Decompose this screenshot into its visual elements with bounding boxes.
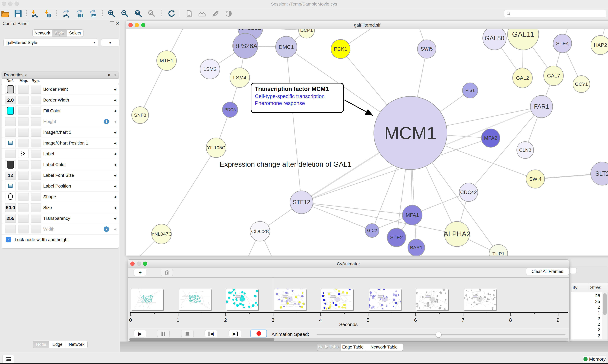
node-swi4[interactable]: SWI4 — [526, 169, 545, 188]
node-ynl047c[interactable]: YNL047C — [151, 224, 172, 244]
byp-cell[interactable] — [31, 225, 41, 234]
node-gal7[interactable]: GAL7 — [543, 66, 564, 86]
zoom-in-icon[interactable] — [107, 10, 116, 18]
map-cell[interactable] — [18, 203, 28, 212]
delete-frame-button[interactable] — [161, 269, 173, 276]
frame-thumbnail-2[interactable] — [226, 289, 258, 310]
close-panel-icon[interactable]: ✕ — [116, 21, 120, 26]
byp-cell[interactable] — [31, 150, 41, 158]
tab-network-table[interactable]: Network Table — [365, 343, 403, 351]
def-cell[interactable]: 12 — [5, 171, 16, 180]
scrollbar-thumb[interactable] — [603, 293, 607, 315]
node-gic2[interactable]: GIC2 — [365, 223, 379, 238]
info-icon[interactable]: i — [104, 226, 109, 232]
frame-thumbnail-6[interactable] — [416, 289, 448, 310]
tab-select[interactable]: Select — [67, 29, 83, 37]
pause-button[interactable] — [157, 330, 170, 337]
expand-all-icon[interactable]: » — [107, 74, 112, 76]
def-cell[interactable]: 255 — [5, 214, 16, 223]
def-cell[interactable] — [5, 139, 16, 147]
node-cln3[interactable]: CLN3 — [516, 141, 534, 159]
node-swi5[interactable]: SWI5 — [417, 39, 436, 59]
expand-row-icon[interactable]: ◀ — [114, 95, 116, 105]
import-table-icon[interactable] — [44, 10, 52, 18]
table-toolbar-button[interactable] — [570, 268, 577, 274]
hscrollbar-thumb[interactable] — [129, 338, 274, 341]
byp-cell[interactable] — [31, 182, 41, 190]
node-pdc5[interactable]: PDC5 — [222, 102, 238, 118]
tab-network[interactable]: Network — [32, 29, 52, 37]
node-snf3[interactable]: SNF3 — [131, 106, 149, 124]
memory-button[interactable]: Memory — [583, 355, 607, 363]
byp-cell[interactable] — [31, 117, 41, 126]
frame-thumbnail-1[interactable] — [179, 289, 211, 310]
node-gcy1[interactable]: GCY1 — [573, 76, 590, 93]
map-cell[interactable] — [18, 96, 28, 104]
color-swatch[interactable] — [7, 107, 14, 115]
map-cell[interactable] — [18, 150, 28, 158]
expand-row-icon[interactable]: ◀ — [114, 148, 116, 159]
def-cell[interactable] — [5, 182, 16, 190]
map-cell[interactable] — [18, 160, 28, 169]
node-gal2[interactable]: GAL2 — [512, 68, 533, 88]
def-cell[interactable]: 50.0 — [5, 203, 16, 212]
timeline[interactable]: Seconds 0123456789 — [128, 277, 569, 329]
expand-row-icon[interactable]: ◀ — [114, 224, 116, 234]
panel-tab-edge[interactable]: Edge — [49, 341, 66, 348]
def-cell[interactable] — [5, 225, 16, 234]
record-button[interactable] — [250, 329, 267, 338]
info-icon[interactable]: i — [104, 119, 109, 124]
export-network-icon[interactable] — [62, 10, 70, 18]
play-button[interactable]: ▶ — [134, 330, 146, 337]
export-image-icon[interactable] — [89, 10, 97, 18]
node-pis1[interactable]: PIS1 — [462, 83, 478, 98]
def-cell[interactable] — [5, 106, 16, 115]
node-ste2[interactable]: STE2 — [387, 228, 406, 247]
node-mth1[interactable]: MTH1 — [156, 51, 177, 71]
frame-thumbnail-5[interactable] — [369, 289, 401, 310]
byp-cell[interactable] — [31, 106, 41, 115]
network-window-titlebar[interactable]: galFiltered.sif — [126, 21, 608, 29]
stop-button[interactable] — [181, 330, 194, 337]
def-cell[interactable]: 2.0 — [5, 96, 16, 104]
float-panel-icon[interactable] — [110, 21, 114, 25]
node-lsm2[interactable]: LSM2 — [200, 59, 220, 79]
map-cell[interactable] — [18, 128, 28, 137]
cyanimator-titlebar[interactable]: CyAnimator — [128, 260, 569, 268]
show-details-icon[interactable] — [224, 10, 233, 18]
color-swatch[interactable] — [7, 161, 14, 169]
clear-all-frames-button[interactable]: Clear All Frames — [526, 268, 569, 275]
def-cell[interactable] — [5, 150, 16, 158]
node-alpha2[interactable]: ALPHA2 — [444, 221, 470, 247]
table-col-stress[interactable]: Stres — [590, 285, 601, 290]
first-neighbors-icon[interactable] — [198, 10, 206, 18]
byp-cell[interactable] — [31, 193, 41, 201]
node-mcm1[interactable]: MCM1 — [373, 96, 447, 170]
add-frame-button[interactable]: + — [134, 269, 146, 276]
annotation-link-1[interactable]: Cell-type-specific transcription — [255, 93, 339, 99]
node-lsm4[interactable]: LSM4 — [230, 67, 250, 88]
tab-edge-table[interactable]: Edge Table — [341, 343, 365, 351]
def-cell[interactable] — [5, 128, 16, 137]
clone-network-icon[interactable] — [185, 10, 193, 18]
map-cell[interactable] — [18, 171, 28, 180]
expand-row-icon[interactable]: ◀ — [114, 159, 116, 170]
node-far1[interactable]: FAR1 — [530, 95, 553, 118]
expand-row-icon[interactable]: ◀ — [114, 116, 116, 127]
color-swatch[interactable] — [7, 85, 14, 93]
skip-end-button[interactable]: ▶ — [229, 330, 241, 337]
byp-cell[interactable] — [31, 139, 41, 147]
tab-node-table[interactable]: Node Table — [317, 343, 341, 351]
map-cell[interactable] — [18, 106, 28, 115]
node-bar1[interactable]: BAR1 — [408, 239, 425, 256]
network-canvas[interactable]: RPS28BDCP1RPS28ADMC1PCK1SWI5GAL80GAL11ST… — [126, 29, 608, 256]
map-cell[interactable] — [18, 117, 28, 126]
refresh-layout-icon[interactable] — [167, 10, 175, 18]
expand-row-icon[interactable]: ◀ — [114, 105, 116, 116]
playhead[interactable] — [273, 278, 273, 312]
map-cell[interactable] — [18, 214, 28, 223]
panel-tab-node[interactable]: Node — [33, 341, 49, 348]
search-input[interactable] — [512, 11, 604, 16]
node-pck1[interactable]: PCK1 — [331, 39, 350, 59]
expand-row-icon[interactable]: ◀ — [114, 84, 116, 95]
